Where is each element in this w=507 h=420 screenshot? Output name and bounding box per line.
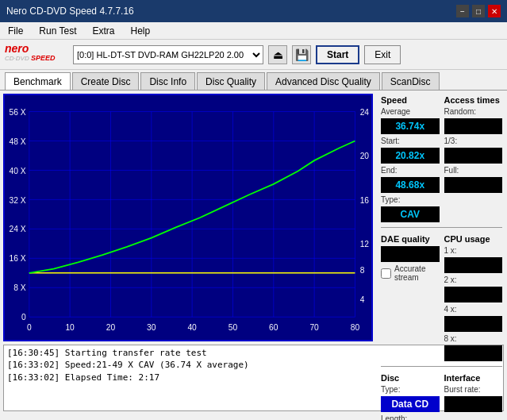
chart-area: 56 X 48 X 40 X 32 X 24 X 16 X 8 X 0 24 2… (3, 94, 373, 341)
disc-length-label: Length: (381, 414, 440, 420)
svg-text:30: 30 (147, 323, 156, 332)
svg-text:10: 10 (65, 323, 75, 332)
cdvd-brand-text: CD·DVD SPEED (5, 54, 55, 62)
nero-logo: nero CD·DVD SPEED (5, 43, 68, 67)
accurate-stream-checkbox[interactable] (381, 268, 391, 279)
type-value: CAV (381, 206, 440, 222)
random-label: Random: (444, 107, 503, 116)
svg-text:24: 24 (360, 108, 370, 117)
svg-text:56 X: 56 X (10, 108, 26, 117)
right-panel: Speed Average 36.74x Start: 20.82x End: … (376, 91, 507, 345)
end-label: End: (381, 166, 440, 175)
disc-interface-row: Disc Type: Data CD Length: 79:57.72 Inte… (381, 372, 502, 420)
svg-text:20: 20 (106, 323, 116, 332)
cpu-2x-label: 2 x: (444, 276, 503, 284)
average-value: 36.74x (381, 118, 440, 134)
svg-text:40 X: 40 X (10, 167, 26, 175)
maximize-button[interactable]: □ (472, 5, 485, 17)
cpu-4x-label: 4 x: (444, 305, 503, 314)
start-label: Start: (381, 137, 440, 145)
svg-text:70: 70 (309, 323, 319, 332)
menu-bar: File Run Test Extra Help (0, 22, 507, 40)
dae-value (381, 246, 440, 262)
nero-brand-text: nero (5, 43, 29, 54)
full-label: Full: (444, 166, 503, 175)
cpu-2x-value (444, 287, 503, 302)
menu-run-test[interactable]: Run Test (34, 24, 81, 38)
speed-section: Speed Average 36.74x Start: 20.82x End: … (381, 94, 502, 222)
tab-benchmark[interactable]: Benchmark (5, 72, 71, 90)
cpu-label: CPU usage (444, 234, 503, 244)
cpu-8x-value (444, 345, 503, 361)
tab-create-disc[interactable]: Create Disc (72, 72, 140, 90)
svg-text:0: 0 (21, 313, 26, 322)
dae-label: DAE quality (381, 234, 440, 244)
cpu-col: CPU usage 1 x: 2 x: 4 x: 8 x: (444, 233, 503, 361)
disc-type-sublabel: Type: (381, 385, 440, 394)
menu-file[interactable]: File (3, 24, 28, 38)
average-label: Average (381, 107, 440, 116)
svg-text:80: 80 (351, 323, 360, 332)
svg-text:0: 0 (27, 323, 32, 332)
interface-col: Interface Burst rate: (444, 372, 503, 420)
svg-text:16 X: 16 X (10, 254, 26, 263)
minimize-button[interactable]: − (456, 5, 469, 17)
save-button[interactable]: 💾 (292, 45, 311, 64)
divider2 (381, 366, 502, 367)
close-button[interactable]: ✕ (488, 5, 501, 17)
eject-button[interactable]: ⏏ (268, 45, 287, 64)
start-button[interactable]: Start (316, 45, 359, 64)
svg-text:12: 12 (360, 240, 370, 249)
end-value: 48.68x (381, 177, 440, 193)
tab-disc-info[interactable]: Disc Info (140, 72, 195, 90)
menu-help[interactable]: Help (126, 24, 156, 38)
tab-scan-disc[interactable]: ScanDisc (382, 72, 440, 90)
cpu-1x-label: 1 x: (444, 246, 503, 255)
dae-col: DAE quality Accurate stream (381, 233, 440, 361)
speed-label: Speed (381, 95, 440, 105)
access-times-label: Access times (444, 95, 503, 105)
toolbar: nero CD·DVD SPEED [0:0] HL-DT-ST DVD-RAM… (0, 40, 507, 70)
svg-text:50: 50 (229, 323, 238, 332)
svg-text:8: 8 (360, 266, 365, 275)
speed-col: Speed Average 36.74x Start: 20.82x End: … (381, 94, 440, 222)
svg-text:8 X: 8 X (13, 283, 26, 292)
svg-rect-0 (5, 95, 371, 340)
benchmark-chart: 56 X 48 X 40 X 32 X 24 X 16 X 8 X 0 24 2… (5, 95, 371, 340)
interface-label: Interface (444, 373, 503, 383)
svg-text:32 X: 32 X (10, 196, 26, 205)
app-title: Nero CD-DVD Speed 4.7.7.16 (6, 6, 134, 17)
tab-bar: Benchmark Create Disc Disc Info Disc Qua… (0, 70, 507, 91)
divider1 (381, 227, 502, 228)
disc-type-label: Disc (381, 373, 440, 383)
svg-text:48 X: 48 X (10, 137, 26, 146)
onethird-value (444, 148, 503, 164)
tab-disc-quality[interactable]: Disc Quality (197, 72, 265, 90)
burst-rate-label: Burst rate: (444, 385, 503, 394)
svg-text:40: 40 (187, 323, 197, 332)
burst-rate-value (444, 396, 503, 412)
svg-text:20: 20 (360, 152, 370, 160)
drive-selector[interactable]: [0:0] HL-DT-ST DVD-RAM GH22LP20 2.00 (73, 45, 263, 64)
cpu-dae-row: DAE quality Accurate stream CPU usage 1 … (381, 233, 502, 361)
exit-button[interactable]: Exit (364, 45, 401, 64)
full-value (444, 177, 503, 193)
start-value: 20.82x (381, 148, 440, 164)
title-bar: Nero CD-DVD Speed 4.7.7.16 − □ ✕ (0, 0, 507, 22)
main-content: 56 X 48 X 40 X 32 X 24 X 16 X 8 X 0 24 2… (0, 91, 507, 345)
random-value (444, 118, 503, 134)
svg-text:16: 16 (360, 196, 370, 205)
disc-type-value: Data CD (381, 396, 440, 412)
cpu-4x-value (444, 316, 503, 332)
svg-text:60: 60 (269, 323, 278, 332)
tab-advanced-disc-quality[interactable]: Advanced Disc Quality (267, 72, 380, 90)
access-times-col: Access times Random: 1/3: Full: (444, 94, 503, 222)
menu-extra[interactable]: Extra (87, 24, 119, 38)
type-label: Type: (381, 195, 440, 204)
disc-col: Disc Type: Data CD Length: 79:57.72 (381, 372, 440, 420)
window-controls: − □ ✕ (456, 5, 501, 17)
cpu-8x-label: 8 x: (444, 334, 503, 343)
cpu-1x-value (444, 257, 503, 273)
accurate-stream-label: Accurate stream (394, 264, 440, 282)
svg-text:24 X: 24 X (10, 225, 26, 233)
